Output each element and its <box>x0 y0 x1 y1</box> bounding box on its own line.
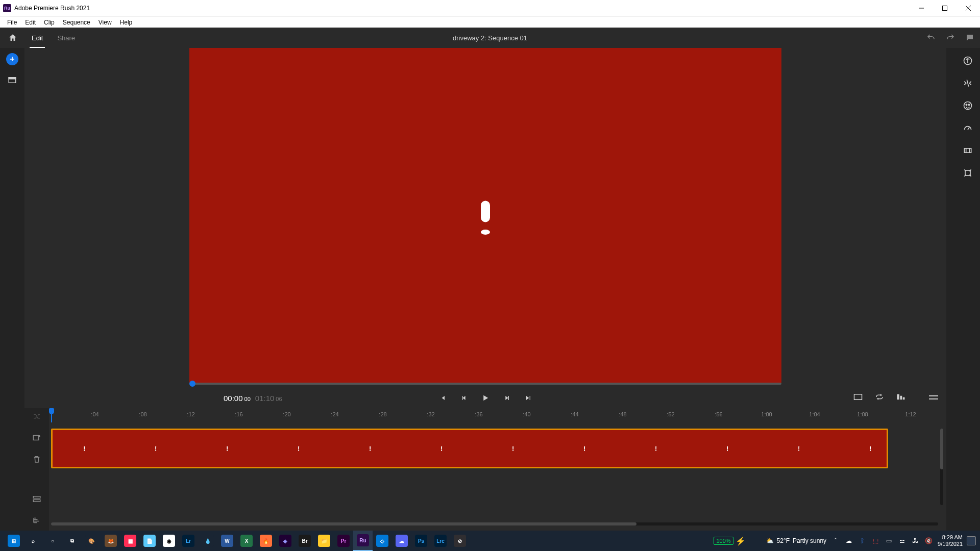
taskbar-excel-button[interactable]: X <box>237 531 256 551</box>
taskbar-photoshop-button[interactable]: Ps <box>411 531 431 551</box>
error-icon-dot <box>481 230 490 235</box>
delete-button[interactable] <box>32 454 42 464</box>
undo-button[interactable] <box>926 33 936 43</box>
track-display-button[interactable] <box>32 494 42 504</box>
mute-video-icon[interactable] <box>32 433 42 443</box>
battery-indicator[interactable]: 100% <box>714 537 733 545</box>
taskbar-explorer-button[interactable]: 📁 <box>314 531 334 551</box>
step-forward-button[interactable] <box>502 393 512 403</box>
speed-button[interactable] <box>962 122 973 134</box>
timeline-options-button[interactable] <box>929 394 938 402</box>
step-back-button[interactable] <box>459 393 469 403</box>
preview-scrubber[interactable] <box>189 383 781 385</box>
menu-sequence[interactable]: Sequence <box>59 19 94 26</box>
transform-button[interactable] <box>962 167 973 179</box>
taskbar-obs-button[interactable]: ⊘ <box>450 531 470 551</box>
menu-file[interactable]: File <box>3 19 21 26</box>
v-scroll-thumb[interactable] <box>940 429 943 469</box>
play-button[interactable] <box>480 393 491 403</box>
menu-clip[interactable]: Clip <box>40 19 59 26</box>
h-scroll-thumb[interactable] <box>51 522 636 525</box>
taskbar-clock[interactable]: 8:29 AM 9/19/2021 <box>938 534 963 547</box>
weather-widget[interactable]: ⛅ 52°F Partly sunny <box>766 537 827 544</box>
tray-wifi-icon[interactable]: ⚍ <box>898 537 906 545</box>
svg-rect-8 <box>854 394 862 400</box>
taskbar-premiere-button[interactable]: Pr <box>334 531 353 551</box>
redo-button[interactable] <box>945 33 955 43</box>
taskbar-word-button[interactable]: W <box>217 531 237 551</box>
titles-button[interactable] <box>962 55 973 66</box>
left-rail: + <box>0 48 24 531</box>
taskbar-search-button[interactable]: ⌕ <box>23 531 43 551</box>
taskbar-discord-button[interactable]: ☁ <box>392 531 411 551</box>
window-minimize-button[interactable] <box>910 0 933 16</box>
taskbar-paint3d-button[interactable]: 🎨 <box>82 531 101 551</box>
menu-view[interactable]: View <box>94 19 116 26</box>
comment-button[interactable] <box>965 33 975 43</box>
panel-divider[interactable] <box>946 48 955 531</box>
video-preview[interactable] <box>189 48 781 383</box>
go-to-start-button[interactable] <box>437 393 448 403</box>
taskbar-start-button[interactable]: ⊞ <box>4 531 23 551</box>
home-button[interactable] <box>5 33 20 42</box>
playhead[interactable] <box>51 408 52 422</box>
svg-rect-17 <box>33 500 40 502</box>
ruler-tick: :40 <box>523 411 530 417</box>
transitions-button[interactable] <box>962 78 973 89</box>
color-button[interactable] <box>962 100 973 111</box>
add-media-button[interactable]: + <box>6 53 18 65</box>
track-size-button[interactable] <box>32 515 42 525</box>
taskbar-aftereffects-button[interactable]: ◈ <box>276 531 295 551</box>
taskbar-lrc-button[interactable]: Lrc <box>431 531 450 551</box>
timeline-body[interactable]: :04:08:12:16:20:24:28:32:36:40:44:48:52:… <box>49 408 946 531</box>
taskbar-vscode-button[interactable]: ◇ <box>373 531 392 551</box>
taskbar-rush-button[interactable]: Ru <box>353 531 373 551</box>
audio-button[interactable] <box>962 145 973 156</box>
timeline-h-scrollbar[interactable] <box>51 522 938 528</box>
taskbar-firefox-button[interactable]: 🔥 <box>256 531 276 551</box>
fullscreen-button[interactable] <box>853 393 864 403</box>
taskbar-lightroom-button[interactable]: Lr <box>179 531 198 551</box>
project-panel-button[interactable] <box>7 74 18 86</box>
taskbar-taskview-button[interactable]: ⧉ <box>62 531 82 551</box>
svg-point-25 <box>966 104 967 106</box>
taskbar-photos-button[interactable]: ▦ <box>120 531 140 551</box>
ruler-tick: :52 <box>667 411 674 417</box>
error-icon <box>481 201 490 222</box>
taskbar-cortana-icon: ○ <box>46 535 59 547</box>
timeline-ruler[interactable]: :04:08:12:16:20:24:28:32:36:40:44:48:52:… <box>49 408 946 422</box>
window-close-button[interactable] <box>957 0 980 16</box>
ruler-tick: :04 <box>91 411 99 417</box>
taskbar-bridge-button[interactable]: Br <box>295 531 314 551</box>
tray-bluetooth-icon[interactable]: ᛒ <box>858 537 866 545</box>
tab-share[interactable]: Share <box>50 28 82 48</box>
loop-button[interactable] <box>875 393 885 403</box>
taskbar-start-icon: ⊞ <box>8 535 20 547</box>
timeline-panel: :04:08:12:16:20:24:28:32:36:40:44:48:52:… <box>24 408 946 531</box>
menu-edit[interactable]: Edit <box>21 19 40 26</box>
clock-date: 9/19/2021 <box>938 541 963 547</box>
tray-meet-icon[interactable]: ▭ <box>885 537 893 545</box>
timeline-v-scrollbar[interactable] <box>939 429 944 505</box>
menu-help[interactable]: Help <box>116 19 137 26</box>
shuffle-icon[interactable] <box>32 411 42 421</box>
window-maximize-button[interactable] <box>933 0 957 16</box>
tray-onedrive-icon[interactable]: ☁ <box>845 537 853 545</box>
svg-rect-6 <box>462 396 462 400</box>
taskbar-cortana-button[interactable]: ○ <box>43 531 62 551</box>
taskbar-gimp-button[interactable]: 🦊 <box>101 531 120 551</box>
tray-volume-icon[interactable]: 🔇 <box>924 537 933 545</box>
timeline-clip[interactable]: !!!!!!!!!!!! <box>51 429 888 468</box>
tray-chevron-icon[interactable]: ˄ <box>831 537 840 545</box>
scrubber-thumb[interactable] <box>189 381 195 387</box>
taskbar-chrome-button[interactable]: ◉ <box>159 531 179 551</box>
tray-app-icon[interactable]: ⬚ <box>871 537 879 545</box>
taskbar-paintnet-button[interactable]: 💧 <box>198 531 217 551</box>
taskbar-notepad-button[interactable]: 📄 <box>140 531 159 551</box>
tab-edit[interactable]: Edit <box>24 28 50 48</box>
action-center-button[interactable] <box>967 536 976 545</box>
tray-network-icon[interactable]: 🖧 <box>911 537 919 545</box>
go-to-end-button[interactable] <box>523 393 533 403</box>
system-tray[interactable]: ˄ ☁ ᛒ ⬚ ▭ ⚍ 🖧 🔇 <box>831 537 933 545</box>
expand-tracks-button[interactable] <box>896 393 906 403</box>
